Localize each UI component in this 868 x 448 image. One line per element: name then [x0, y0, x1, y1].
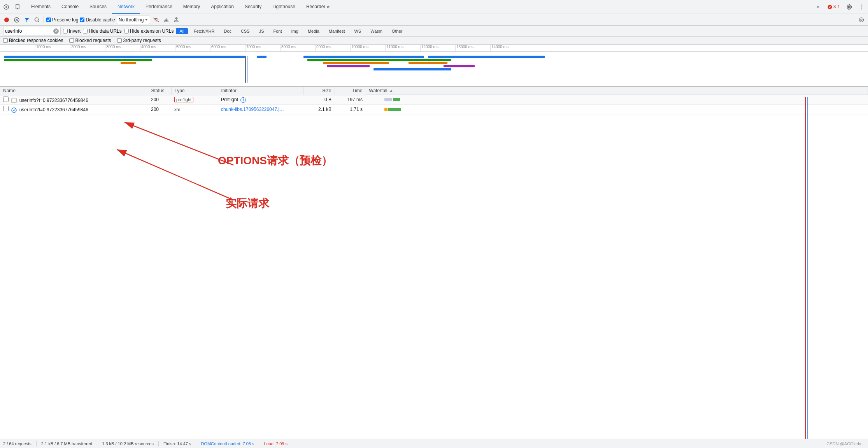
more-options-icon[interactable] [857, 2, 866, 12]
hide-ext-urls-checkbox[interactable]: Hide extension URLs [124, 28, 174, 34]
annotation-actual: 实际请求 [226, 196, 269, 211]
third-party-checkbox[interactable]: 3rd-party requests [117, 38, 161, 43]
import-har-btn[interactable] [162, 16, 170, 24]
preserve-log-checkbox[interactable]: Preserve log [46, 17, 78, 23]
tick-4000: 4000 ms [140, 45, 156, 51]
filter-btn-font[interactable]: Font [270, 28, 286, 34]
col-type[interactable]: Type [171, 87, 218, 95]
svg-rect-26 [12, 98, 16, 103]
more-tabs-btn[interactable]: » [814, 2, 823, 12]
main-area: Preserve log Disable cache No throttling [0, 14, 868, 448]
row2-name[interactable]: userInfo?t=0.9722336776459846 [0, 105, 148, 114]
tick-8000: 8000 ms [280, 45, 296, 51]
table-row[interactable]: userInfo?t=0.9722336776459846 200 xhr ch… [0, 105, 868, 114]
svg-point-25 [861, 19, 862, 21]
tl-bar-5 [136, 59, 144, 61]
col-time[interactable]: Time [335, 87, 366, 95]
search-input[interactable] [5, 28, 52, 34]
blocked-cookies-checkbox[interactable]: Blocked response cookies [3, 38, 63, 43]
search-box[interactable]: ✕ [3, 27, 61, 35]
error-count: ✕ 1 [833, 4, 840, 9]
tick-7000: 7000 ms [245, 45, 261, 51]
tl-rb-13 [444, 65, 475, 67]
col-status[interactable]: Status [148, 87, 171, 95]
tab-network[interactable]: Network [112, 0, 140, 14]
status-divider-2 [97, 441, 97, 446]
row1-initiator-text: Preflight [221, 97, 238, 102]
row2-initiator: chunk-libs.1709563226047.j… [218, 105, 303, 114]
devtools-navbar: Elements Console Sources Network Perform… [0, 0, 868, 14]
filter-btn-ws[interactable]: WS [351, 28, 365, 34]
tab-recorder[interactable]: Recorder ⎈ [301, 0, 335, 14]
record-btn[interactable] [2, 16, 11, 24]
row1-name[interactable]: userInfo?t=0.9722336776459846 [0, 95, 148, 105]
nav-left-icons [2, 2, 23, 12]
export-har-btn[interactable] [172, 16, 181, 24]
filter-btn-media[interactable]: Media [304, 28, 323, 34]
svg-line-29 [125, 122, 233, 165]
row2-type-tag: xhr [174, 107, 180, 112]
table-row[interactable]: userInfo?t=0.9722336776459846 200 prefli… [0, 95, 868, 105]
filter-btn-other[interactable]: Other [388, 28, 406, 34]
settings-cog-icon[interactable] [857, 16, 866, 24]
annotation-options: OPTIONS请求（预检） [218, 153, 332, 168]
row1-info-icon[interactable]: i [240, 97, 246, 103]
settings-icon[interactable] [845, 2, 854, 12]
row2-bar-wait [384, 108, 388, 111]
col-name[interactable]: Name [0, 87, 148, 95]
col-waterfall[interactable]: Waterfall ▲ [366, 87, 868, 95]
hide-data-urls-checkbox[interactable]: Hide data URLs [83, 28, 122, 34]
row2-type: xhr [171, 105, 218, 114]
filter-btn-img[interactable]: Img [288, 28, 302, 34]
throttle-label: No throttling [119, 17, 144, 23]
devtools-icon[interactable] [2, 2, 11, 12]
tab-sources[interactable]: Sources [84, 0, 112, 14]
filter-btn[interactable] [23, 16, 31, 24]
tick-6000: 6000 ms [210, 45, 226, 51]
error-badge[interactable]: ✕ ✕ 1 [826, 2, 842, 12]
device-icon[interactable] [13, 2, 23, 12]
tl-rb-10 [389, 59, 451, 61]
tab-application[interactable]: Application [205, 0, 239, 14]
status-finish: Finish: 14.47 s [163, 441, 191, 446]
row1-initiator: Preflight i [218, 95, 303, 105]
svg-point-11 [4, 18, 9, 22]
nav-tabs: Elements Console Sources Network Perform… [26, 0, 335, 14]
tab-console[interactable]: Console [56, 0, 84, 14]
row2-checkbox[interactable] [3, 106, 9, 111]
disable-cache-checkbox[interactable]: Disable cache [80, 17, 115, 23]
svg-point-10 [861, 8, 862, 9]
search-btn[interactable] [33, 16, 41, 24]
tl-bar-6 [257, 56, 267, 58]
svg-text:✕: ✕ [828, 5, 831, 9]
status-divider-5 [259, 441, 259, 446]
tab-memory[interactable]: Memory [178, 0, 205, 14]
tab-lighthouse[interactable]: Lighthouse [267, 0, 301, 14]
filter-btn-css[interactable]: CSS [237, 28, 253, 34]
tab-performance[interactable]: Performance [140, 0, 178, 14]
tab-security[interactable]: Security [239, 0, 267, 14]
filter-btn-manifest[interactable]: Manifest [325, 28, 349, 34]
col-initiator[interactable]: Initiator [218, 87, 303, 95]
blocked-requests-checkbox[interactable]: Blocked requests [69, 38, 111, 43]
filter-btn-doc[interactable]: Doc [221, 28, 235, 34]
red-vline [805, 97, 806, 439]
status-requests: 2 / 64 requests [3, 441, 32, 446]
status-divider-1 [36, 441, 37, 446]
row1-checkbox[interactable] [3, 97, 9, 102]
wifi-icon[interactable] [152, 16, 160, 24]
filter-btn-fetch-xhr[interactable]: Fetch/XHR [190, 28, 218, 34]
filter-btn-wasm[interactable]: Wasm [367, 28, 386, 34]
clear-btn[interactable] [12, 16, 21, 24]
row2-initiator-link[interactable]: chunk-libs.1709563226047.j… [221, 107, 284, 112]
blue-vline [807, 97, 808, 439]
filter-btn-js[interactable]: JS [256, 28, 268, 34]
throttle-select[interactable]: No throttling [117, 16, 151, 24]
tab-elements[interactable]: Elements [26, 0, 56, 14]
col-size[interactable]: Size [303, 87, 335, 95]
row2-waterfall [366, 105, 868, 114]
invert-checkbox[interactable]: Invert [63, 28, 81, 34]
vline-marker-blue [247, 56, 248, 83]
filter-btn-all[interactable]: All [176, 28, 188, 34]
search-clear-btn[interactable]: ✕ [53, 28, 59, 34]
